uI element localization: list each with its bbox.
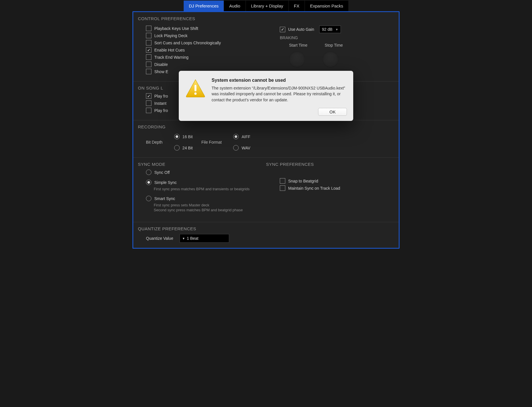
checkbox-syncpref-1[interactable] [280, 185, 285, 191]
knob-brake-stop[interactable] [322, 51, 339, 67]
radio-bitdepth-1[interactable] [174, 145, 180, 151]
label-osl-0: Play fro [154, 94, 168, 98]
label-syncmode-2: Smart Sync [154, 196, 175, 201]
tab-audio[interactable]: Audio [224, 1, 246, 11]
sync-desc: First sync press matches BPM and transie… [154, 187, 266, 191]
sync-desc: Second sync press matches BPM and beatgr… [154, 208, 266, 212]
tab-expansion-packs[interactable]: Expansion Packs [305, 1, 348, 11]
section-title-quantize: QUANTIZE PREFERENCES [138, 226, 394, 231]
tab-fx[interactable]: FX [289, 1, 305, 11]
checkbox-osl-1[interactable] [146, 100, 151, 106]
checkbox-cp-2[interactable] [146, 40, 151, 45]
dialog-text: The system extension “/Library/Extension… [212, 85, 347, 103]
checkbox-syncpref-0[interactable] [280, 178, 285, 184]
label-brake-stop: Stop Time [325, 43, 343, 47]
svg-rect-0 [195, 85, 197, 92]
sync-desc: First sync press sets Master deck [154, 203, 266, 207]
section-title-recording: RECORDING [138, 124, 394, 129]
system-extension-dialog: System extension cannot be used The syst… [179, 71, 353, 121]
radio-bitdepth-0[interactable] [174, 134, 180, 139]
chevron-down-icon: ▼ [335, 28, 338, 31]
label-auto-gain: Use Auto Gain [288, 27, 314, 32]
knob-brake-start[interactable] [289, 51, 305, 67]
svg-point-1 [194, 92, 197, 95]
label-bit-depth: Bit Depth [146, 140, 163, 144]
label-cp-6: Show E [154, 69, 168, 74]
checkbox-osl-0[interactable] [146, 93, 151, 99]
label-syncpref-0: Snap to Beatgrid [288, 179, 318, 183]
radio-fileformat-0[interactable] [233, 134, 239, 139]
label-cp-5: Disable [154, 62, 168, 67]
section-title-syncmode: SYNC MODE [138, 162, 266, 167]
checkbox-cp-1[interactable] [146, 33, 151, 38]
select-quantize-value[interactable]: ▼ 1 Beat [180, 234, 229, 243]
label-bitdepth-0: 16 Bit [183, 134, 193, 139]
dialog-title: System extension cannot be used [212, 78, 347, 83]
label-cp-0: Playback Keys Use Shift [154, 26, 198, 31]
tab-library-display[interactable]: Library + Display [246, 1, 289, 11]
select-quantize-text: 1 Beat [187, 236, 198, 241]
label-osl-2: Play fro [154, 108, 168, 113]
label-bitdepth-1: 24 Bit [183, 146, 193, 150]
label-fileformat-1: WAV [242, 146, 250, 150]
ok-button[interactable]: OK [318, 108, 347, 116]
radio-syncmode-2[interactable] [146, 196, 151, 201]
checkbox-cp-6[interactable] [146, 69, 151, 74]
label-osl-1: Instant [154, 101, 166, 106]
label-syncpref-1: Maintain Sync on Track Load [288, 186, 340, 191]
label-cp-3: Enable Hot Cues [154, 48, 185, 52]
checkbox-osl-2[interactable] [146, 108, 151, 113]
chevron-down-icon: ▼ [182, 237, 185, 240]
label-quantize-value: Quantize Value [146, 236, 173, 241]
tab-dj-preferences[interactable]: DJ Preferences [184, 1, 224, 11]
checkbox-cp-4[interactable] [146, 54, 151, 60]
select-auto-gain-db[interactable]: 92 dB ▼ [319, 26, 341, 33]
select-auto-gain-value: 92 dB [322, 27, 332, 32]
radio-fileformat-1[interactable] [233, 145, 239, 151]
label-cp-2: Sort Cues and Loops Chronologically [154, 41, 221, 45]
label-fileformat-0: AIFF [242, 134, 250, 139]
checkbox-auto-gain[interactable] [280, 27, 285, 32]
section-title-braking: BRAKING [280, 35, 394, 40]
checkbox-cp-5[interactable] [146, 62, 151, 67]
radio-syncmode-0[interactable] [146, 170, 151, 175]
warning-icon [185, 78, 206, 98]
label-cp-1: Lock Playing Deck [154, 33, 187, 38]
label-syncmode-1: Simple Sync [154, 180, 177, 185]
checkbox-cp-0[interactable] [146, 26, 151, 31]
label-file-format: File Format [201, 140, 222, 144]
label-syncmode-0: Sync Off [154, 170, 170, 175]
label-cp-4: Track End Warning [154, 55, 189, 60]
section-title-control: CONTROL PREFERENCES [138, 16, 394, 21]
radio-syncmode-1[interactable] [146, 180, 151, 185]
label-brake-start: Start Time [289, 43, 307, 47]
section-title-syncprefs: SYNC PREFERENCES [266, 162, 394, 167]
checkbox-cp-3[interactable] [146, 47, 151, 53]
